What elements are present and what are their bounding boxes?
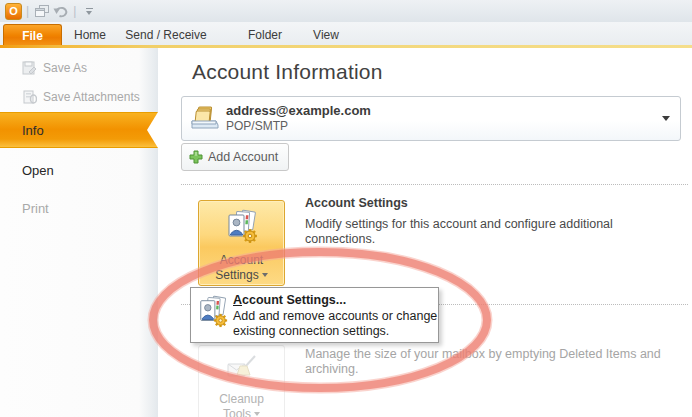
menu-item-description-line: existing connection settings. [233,324,389,339]
tab-send-receive[interactable]: Send / Receive [118,24,214,46]
account-settings-heading: Account Settings [305,196,408,210]
account-settings-dropdown-menu: Account Settings... Add and remove accou… [190,287,439,343]
sidebar-item-save-attachments[interactable]: Save Attachments [0,87,158,107]
bar [86,8,93,9]
titlebar: O | | [0,0,692,22]
undo-icon[interactable] [51,3,69,19]
tab-home[interactable]: Home [66,24,114,46]
sidebar-item-label: Save As [43,61,87,75]
contact-cards-gear-icon [225,209,259,245]
backstage-sidebar: Save As Save Attachments Info Open Print [0,48,158,417]
tab-view[interactable]: View [302,24,350,46]
description-line: connections. [305,232,613,247]
sidebar-item-info-selected[interactable]: Info [0,112,158,148]
description-line: Manage the size of your mailbox by empty… [305,347,661,362]
outlook-app-icon[interactable]: O [5,3,22,20]
cleanup-broom-icon [226,354,258,384]
page-title: Account Information [192,60,383,84]
card-file-icon [190,104,220,130]
gear-icon [214,314,227,327]
save-as-icon [22,61,37,75]
window-icon [35,5,49,18]
menu-item-account-settings[interactable]: Account Settings... [233,293,346,307]
button-label-line2: Settings [215,268,258,282]
sidebar-item-save-as[interactable]: Save As [0,58,158,78]
save-attachments-icon [22,90,37,104]
description-line: archiving. [305,362,661,377]
sidebar-item-open[interactable]: Open [0,160,158,180]
dropdown-caret-icon [254,412,260,416]
tab-folder[interactable]: Folder [238,24,292,46]
accelerator-letter: A [233,293,242,307]
gear-icon [243,229,257,243]
account-settings-description: Modify settings for this account and con… [305,217,613,247]
account-selector-dropdown[interactable]: address@example.com POP/SMTP [181,96,681,141]
button-label-line1: Cleanup [199,392,284,407]
window-icon[interactable] [33,3,51,19]
outlook-backstage-window: O | | File Home Send / Receive Folder Vi… [0,0,692,417]
add-account-label: Add Account [208,150,278,164]
account-email: address@example.com [226,103,371,118]
undo-icon [53,5,68,18]
customize-quick-access-icon[interactable] [80,3,98,19]
menu-item-description-line: Add and remove accounts or change [233,309,437,324]
contact-cards-gear-icon [197,294,229,330]
selection-arrow-notch [147,112,158,148]
sidebar-item-label: Info [22,123,44,138]
add-account-button[interactable]: Add Account [181,143,289,171]
sidebar-item-label: Print [22,201,49,216]
account-settings-button[interactable]: Account Settings [198,200,285,286]
separator: | [73,4,76,18]
description-line: Modify settings for this account and con… [305,217,613,232]
button-label-line1: Account [199,253,284,268]
chevron-down-icon[interactable] [662,116,670,121]
menu-item-label: ccount Settings... [242,293,346,307]
chevron-down-icon [86,11,92,15]
sidebar-item-label: Open [22,163,54,178]
dropdown-caret-icon [262,273,268,277]
sidebar-item-print[interactable]: Print [0,198,158,218]
sidebar-item-label: Save Attachments [43,90,140,104]
separator: | [26,4,29,18]
mailbox-cleanup-description: Manage the size of your mailbox by empty… [305,347,661,377]
plus-icon [189,150,203,164]
cleanup-tools-button[interactable]: Cleanup Tools [198,345,285,417]
account-protocol: POP/SMTP [226,119,288,133]
section-divider [181,184,688,185]
button-label-line2: Tools [223,407,251,417]
